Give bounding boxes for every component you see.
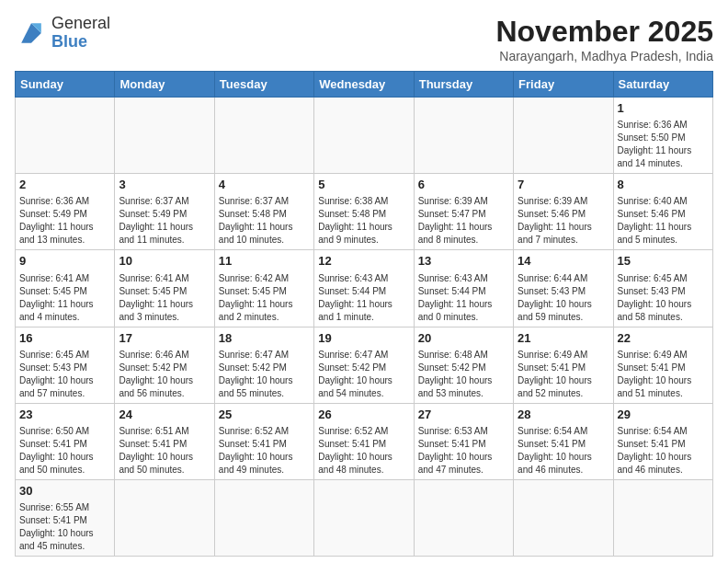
calendar-cell: 22Sunrise: 6:49 AM Sunset: 5:41 PM Dayli…	[613, 327, 712, 403]
weekday-header-sunday: Sunday	[16, 72, 115, 98]
calendar-cell: 16Sunrise: 6:45 AM Sunset: 5:43 PM Dayli…	[16, 327, 115, 403]
calendar-cell	[214, 479, 313, 556]
calendar-week-row: 2Sunrise: 6:36 AM Sunset: 5:49 PM Daylig…	[16, 174, 713, 250]
day-number: 30	[19, 483, 110, 500]
day-number: 10	[119, 253, 210, 270]
day-info: Sunrise: 6:42 AM Sunset: 5:45 PM Dayligh…	[219, 272, 310, 324]
day-number: 29	[618, 407, 709, 423]
calendar-table: SundayMondayTuesdayWednesdayThursdayFrid…	[15, 71, 713, 557]
day-info: Sunrise: 6:41 AM Sunset: 5:45 PM Dayligh…	[19, 272, 110, 324]
calendar-cell: 5Sunrise: 6:38 AM Sunset: 5:48 PM Daylig…	[314, 174, 414, 250]
day-info: Sunrise: 6:54 AM Sunset: 5:41 PM Dayligh…	[618, 425, 709, 477]
calendar-week-row: 16Sunrise: 6:45 AM Sunset: 5:43 PM Dayli…	[16, 327, 713, 403]
page-header: General Blue November 2025 Narayangarh, …	[15, 15, 713, 63]
calendar-cell	[16, 98, 115, 174]
day-info: Sunrise: 6:44 AM Sunset: 5:43 PM Dayligh…	[518, 272, 609, 324]
calendar-cell	[514, 98, 613, 174]
calendar-subtitle: Narayangarh, Madhya Pradesh, India	[495, 49, 713, 63]
calendar-cell: 27Sunrise: 6:53 AM Sunset: 5:41 PM Dayli…	[414, 403, 513, 479]
day-number: 18	[219, 330, 310, 347]
calendar-cell: 20Sunrise: 6:48 AM Sunset: 5:42 PM Dayli…	[414, 327, 513, 403]
day-number: 27	[418, 407, 509, 423]
calendar-cell: 12Sunrise: 6:43 AM Sunset: 5:44 PM Dayli…	[314, 250, 414, 327]
calendar-week-row: 1Sunrise: 6:36 AM Sunset: 5:50 PM Daylig…	[16, 98, 713, 174]
logo-line2: Blue	[51, 33, 110, 52]
weekday-header-monday: Monday	[115, 72, 214, 98]
day-number: 3	[119, 177, 210, 193]
calendar-cell: 17Sunrise: 6:46 AM Sunset: 5:42 PM Dayli…	[115, 327, 214, 403]
calendar-cell: 19Sunrise: 6:47 AM Sunset: 5:42 PM Dayli…	[314, 327, 414, 403]
day-number: 15	[618, 253, 709, 270]
day-info: Sunrise: 6:40 AM Sunset: 5:46 PM Dayligh…	[618, 195, 709, 247]
day-info: Sunrise: 6:36 AM Sunset: 5:50 PM Dayligh…	[618, 119, 709, 170]
calendar-cell: 25Sunrise: 6:52 AM Sunset: 5:41 PM Dayli…	[214, 403, 313, 479]
day-number: 8	[618, 177, 709, 193]
general-blue-logo-icon	[15, 17, 48, 50]
day-info: Sunrise: 6:54 AM Sunset: 5:41 PM Dayligh…	[518, 425, 609, 477]
calendar-week-row: 23Sunrise: 6:50 AM Sunset: 5:41 PM Dayli…	[16, 403, 713, 479]
weekday-header-row: SundayMondayTuesdayWednesdayThursdayFrid…	[16, 72, 713, 98]
day-info: Sunrise: 6:37 AM Sunset: 5:49 PM Dayligh…	[119, 195, 210, 247]
weekday-header-wednesday: Wednesday	[314, 72, 414, 98]
calendar-cell: 14Sunrise: 6:44 AM Sunset: 5:43 PM Dayli…	[514, 250, 613, 327]
calendar-cell: 7Sunrise: 6:39 AM Sunset: 5:46 PM Daylig…	[514, 174, 613, 250]
day-number: 7	[518, 177, 609, 193]
day-number: 14	[518, 253, 609, 270]
day-info: Sunrise: 6:52 AM Sunset: 5:41 PM Dayligh…	[318, 425, 409, 477]
calendar-body: 1Sunrise: 6:36 AM Sunset: 5:50 PM Daylig…	[16, 98, 713, 557]
calendar-cell	[613, 479, 712, 556]
day-number: 20	[418, 330, 509, 347]
day-number: 4	[219, 177, 310, 193]
calendar-cell	[414, 98, 513, 174]
weekday-header-tuesday: Tuesday	[214, 72, 313, 98]
calendar-cell: 24Sunrise: 6:51 AM Sunset: 5:41 PM Dayli…	[115, 403, 214, 479]
day-info: Sunrise: 6:47 AM Sunset: 5:42 PM Dayligh…	[219, 349, 310, 400]
logo-line1: General	[51, 15, 110, 33]
day-number: 28	[518, 407, 609, 423]
calendar-cell: 21Sunrise: 6:49 AM Sunset: 5:41 PM Dayli…	[514, 327, 613, 403]
day-number: 24	[119, 407, 210, 423]
calendar-cell	[514, 479, 613, 556]
day-info: Sunrise: 6:39 AM Sunset: 5:47 PM Dayligh…	[418, 195, 509, 247]
day-number: 25	[219, 407, 310, 423]
title-area: November 2025 Narayangarh, Madhya Prades…	[495, 15, 713, 63]
calendar-cell: 1Sunrise: 6:36 AM Sunset: 5:50 PM Daylig…	[613, 98, 712, 174]
calendar-title: November 2025	[495, 15, 713, 49]
day-info: Sunrise: 6:39 AM Sunset: 5:46 PM Dayligh…	[518, 195, 609, 247]
day-info: Sunrise: 6:47 AM Sunset: 5:42 PM Dayligh…	[318, 349, 409, 400]
day-info: Sunrise: 6:51 AM Sunset: 5:41 PM Dayligh…	[119, 425, 210, 477]
calendar-cell: 26Sunrise: 6:52 AM Sunset: 5:41 PM Dayli…	[314, 403, 414, 479]
day-info: Sunrise: 6:49 AM Sunset: 5:41 PM Dayligh…	[518, 349, 609, 400]
day-info: Sunrise: 6:38 AM Sunset: 5:48 PM Dayligh…	[318, 195, 409, 247]
calendar-cell: 6Sunrise: 6:39 AM Sunset: 5:47 PM Daylig…	[414, 174, 513, 250]
calendar-cell: 18Sunrise: 6:47 AM Sunset: 5:42 PM Dayli…	[214, 327, 313, 403]
calendar-cell: 8Sunrise: 6:40 AM Sunset: 5:46 PM Daylig…	[613, 174, 712, 250]
calendar-cell	[115, 479, 214, 556]
calendar-cell: 15Sunrise: 6:45 AM Sunset: 5:43 PM Dayli…	[613, 250, 712, 327]
calendar-cell: 11Sunrise: 6:42 AM Sunset: 5:45 PM Dayli…	[214, 250, 313, 327]
weekday-header-thursday: Thursday	[414, 72, 513, 98]
calendar-cell	[314, 98, 414, 174]
calendar-week-row: 9Sunrise: 6:41 AM Sunset: 5:45 PM Daylig…	[16, 250, 713, 327]
calendar-cell	[115, 98, 214, 174]
weekday-header-friday: Friday	[514, 72, 613, 98]
day-info: Sunrise: 6:50 AM Sunset: 5:41 PM Dayligh…	[19, 425, 110, 477]
calendar-cell	[414, 479, 513, 556]
day-info: Sunrise: 6:45 AM Sunset: 5:43 PM Dayligh…	[618, 272, 709, 324]
calendar-cell: 23Sunrise: 6:50 AM Sunset: 5:41 PM Dayli…	[16, 403, 115, 479]
day-info: Sunrise: 6:45 AM Sunset: 5:43 PM Dayligh…	[19, 349, 110, 400]
logo: General Blue	[15, 15, 110, 52]
calendar-cell: 4Sunrise: 6:37 AM Sunset: 5:48 PM Daylig…	[214, 174, 313, 250]
day-number: 13	[418, 253, 509, 270]
day-info: Sunrise: 6:43 AM Sunset: 5:44 PM Dayligh…	[318, 272, 409, 324]
calendar-header: SundayMondayTuesdayWednesdayThursdayFrid…	[16, 72, 713, 98]
day-number: 22	[618, 330, 709, 347]
calendar-cell: 28Sunrise: 6:54 AM Sunset: 5:41 PM Dayli…	[514, 403, 613, 479]
day-info: Sunrise: 6:43 AM Sunset: 5:44 PM Dayligh…	[418, 272, 509, 324]
calendar-cell: 9Sunrise: 6:41 AM Sunset: 5:45 PM Daylig…	[16, 250, 115, 327]
day-info: Sunrise: 6:46 AM Sunset: 5:42 PM Dayligh…	[119, 349, 210, 400]
day-info: Sunrise: 6:52 AM Sunset: 5:41 PM Dayligh…	[219, 425, 310, 477]
calendar-cell: 10Sunrise: 6:41 AM Sunset: 5:45 PM Dayli…	[115, 250, 214, 327]
weekday-header-saturday: Saturday	[613, 72, 712, 98]
day-info: Sunrise: 6:37 AM Sunset: 5:48 PM Dayligh…	[219, 195, 310, 247]
